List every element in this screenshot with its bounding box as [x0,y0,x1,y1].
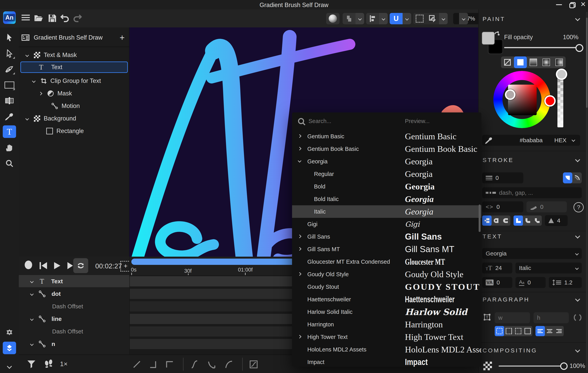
chevron-right-icon[interactable] [298,235,301,238]
paint-section-header[interactable]: PAINT [483,16,505,22]
compositing-section-header[interactable]: COMPOSITING [483,347,537,354]
chevron-right-icon[interactable] [298,147,301,150]
font-family-select[interactable]: Georgia [482,248,582,259]
autosize-button[interactable] [495,326,504,336]
easing-ease-out-icon[interactable] [225,360,233,369]
restore-button[interactable] [566,1,578,8]
marquee-button[interactable] [413,13,426,24]
layers-panel-button[interactable] [3,342,16,354]
layer-row-text[interactable]: T Text [20,62,128,73]
layer-row-rectangle[interactable]: Rectangle [19,125,129,137]
track-row-line[interactable]: line [19,313,129,325]
easing-hold-end-icon[interactable] [149,360,158,369]
loop-button[interactable] [73,258,88,273]
easing-ease-in-icon[interactable] [207,360,216,369]
align-left-button[interactable] [536,326,545,336]
swap-fill-stroke-icon[interactable] [494,31,501,38]
dash-offset-field[interactable]: <> 0 [482,201,523,212]
paint-radial-gradient-button[interactable] [540,56,553,68]
hamburger-menu-icon[interactable] [21,15,30,21]
settings-button[interactable] [3,326,16,339]
menu-scrollbar-thumb[interactable] [479,205,481,232]
font-item-goudy-stout[interactable]: Goudy Stout GOUDY STOUT [292,280,481,293]
stroke-outline-button[interactable] [572,172,582,183]
font-item-haettenschweiler[interactable]: Haettenschweiler Haettenschweiler [292,293,481,306]
easing-linear-icon[interactable] [133,360,141,369]
paint-linear-gradient-button[interactable] [527,56,540,68]
fill-mode-button[interactable] [343,13,356,24]
font-item-georgia-bold[interactable]: Bold Georgia [292,180,481,193]
font-item-harrington[interactable]: Harrington Harrington [292,318,481,331]
scene-header[interactable]: Gradient Brush Self Draw + [21,32,127,43]
text-section-header[interactable]: TEXT [483,233,502,240]
font-item-gigi[interactable]: Gigi Gigi [292,218,481,230]
align-dropdown[interactable] [379,13,388,24]
font-item-gill-sans[interactable]: Gill Sans Gill Sans [292,230,481,243]
stroke-help-button[interactable]: ? [574,202,584,212]
font-item-goudy-old-style[interactable]: Goudy Old Style Goudy Old Style [292,268,481,280]
easing-ease-in-out-icon[interactable] [190,360,199,369]
chevron-right-icon[interactable] [298,247,301,250]
stroke-scale-field[interactable]: 0 [526,201,567,212]
fill-opacity-slider[interactable] [504,47,580,48]
chevron-down-icon[interactable] [30,342,33,346]
tracking-field[interactable]: VA 0 [482,277,512,288]
record-button[interactable] [25,260,34,271]
chevron-down-icon[interactable] [30,317,33,321]
undo-icon[interactable] [60,14,69,22]
easing-hold-start-icon[interactable] [165,360,174,369]
contour-dropdown[interactable] [439,13,448,24]
chevron-right-icon[interactable] [298,134,301,138]
font-size-field[interactable]: TT 24 [482,262,512,273]
font-item-harlow-solid-italic[interactable]: Harlow Solid Italic Harlow Solid [292,306,481,318]
snap-dropdown[interactable] [403,13,411,24]
gradient-transform-tool[interactable] [3,94,16,107]
eyedropper-tool[interactable] [3,110,16,123]
stroke-section-header[interactable]: STROKE [483,157,514,163]
fixed-size-button[interactable] [523,326,532,336]
font-item-impact[interactable]: Impact Impact [292,356,481,367]
font-item-gentium-book-basic[interactable]: Gentium Book Basic Gentium Book Basic [292,143,481,155]
filter-icon[interactable] [27,360,36,369]
layer-row-text-mask[interactable]: Text & Mask [19,49,129,61]
track-row-text[interactable]: T Text [19,275,129,288]
align-button[interactable] [366,13,379,24]
text-tool[interactable]: T [3,125,16,138]
redo-icon[interactable] [73,14,82,22]
track-row-dash-offset-2[interactable]: Dash Offset [19,325,129,338]
font-preview-input[interactable]: Preview... [405,118,430,124]
zoom-tool[interactable] [3,157,16,170]
stroke-fill-button[interactable] [563,172,572,183]
font-item-high-tower-text[interactable]: High Tower Text High Tower Text [292,331,481,343]
stroke-width-field[interactable]: 0 [482,172,523,183]
slider-knob[interactable] [560,363,568,370]
close-button[interactable]: × [578,0,588,9]
open-file-icon[interactable] [34,14,43,22]
paint-none-button[interactable] [501,56,514,68]
baseline-field[interactable]: Aa 0 [515,277,546,288]
layer-row-clip-group[interactable]: Clip Group for Text [19,75,129,87]
font-item-georgia-bold-italic[interactable]: Bold Italic Georgia [292,193,481,205]
font-item-georgia[interactable]: Georgia Georgia [292,155,481,168]
chevron-right-icon[interactable] [39,92,42,95]
align-right-button[interactable] [554,326,564,336]
subselection-tool[interactable] [3,47,16,60]
chevron-down-icon[interactable] [298,159,301,162]
easing-custom-icon[interactable] [249,360,258,369]
font-item-hololens-mdl2[interactable]: HoloLens MDL2 Assets HoloLens MDL2 Asset… [292,343,481,356]
layer-row-background[interactable]: Background [19,113,129,124]
hand-tool[interactable] [3,141,16,154]
textbox-width-field[interactable]: w [495,312,530,323]
scrollbar-thumb[interactable] [586,18,588,108]
layer-row-motion[interactable]: Motion [19,100,129,112]
layer-opacity-slider[interactable] [499,366,567,367]
miter-limit-field[interactable]: 4 [545,215,568,226]
cap-butt-button[interactable] [482,216,492,226]
gradient-sphere-button[interactable] [326,13,339,24]
chevron-right-icon[interactable] [298,272,301,276]
hue-handle[interactable] [544,95,556,107]
save-icon[interactable] [48,14,57,23]
font-item-georgia-regular[interactable]: Regular Georgia [292,168,481,180]
cap-round-button[interactable] [492,216,501,226]
join-round-button[interactable] [523,216,532,226]
